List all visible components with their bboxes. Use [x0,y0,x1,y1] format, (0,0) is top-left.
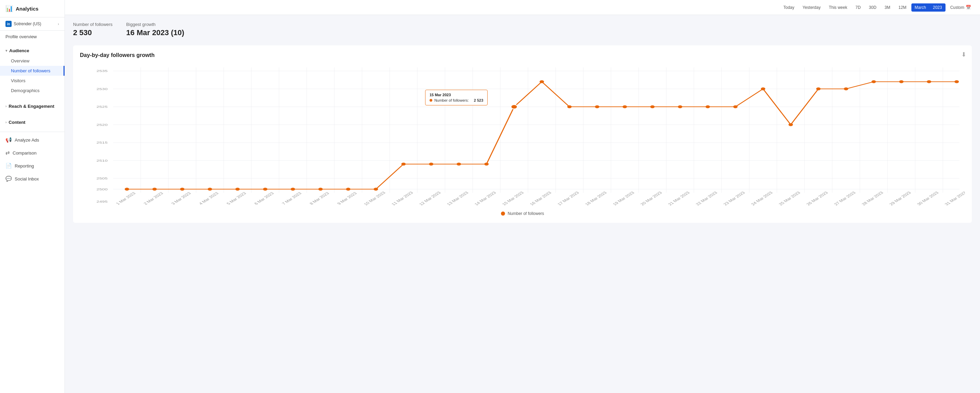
svg-text:9 Mar 2023: 9 Mar 2023 [336,192,358,205]
social-inbox-label: Social Inbox [15,176,39,182]
audience-section: ▾ Audience Overview Number of followers … [0,43,65,98]
svg-point-51 [235,188,240,190]
svg-point-70 [761,87,765,90]
svg-text:2535: 2535 [97,69,108,73]
svg-text:28 Mar 2023: 28 Mar 2023 [861,191,885,206]
linkedin-icon: in [5,21,12,27]
sidebar-item-social-inbox[interactable]: 💬 Social Inbox [0,172,65,185]
page-content: Number of followers 2 530 Biggest growth… [65,15,980,393]
svg-text:19 Mar 2023: 19 Mar 2023 [612,191,636,206]
svg-text:21 Mar 2023: 21 Mar 2023 [667,191,691,206]
svg-text:20 Mar 2023: 20 Mar 2023 [640,191,663,206]
30d-button[interactable]: 30D [865,3,880,12]
svg-point-52 [263,188,267,190]
sidebar-item-visitors[interactable]: Visitors [0,76,65,86]
svg-text:2500: 2500 [97,187,108,191]
biggest-growth-label: Biggest growth [126,22,185,27]
svg-text:2520: 2520 [97,123,108,127]
12m-button[interactable]: 12M [895,3,910,12]
today-button[interactable]: Today [780,3,798,12]
sidebar-item-analyze-ads[interactable]: 📢 Analyze Ads [0,133,65,146]
7d-button[interactable]: 7D [852,3,864,12]
legend-dot [501,211,505,216]
svg-point-64 [595,105,599,108]
chart-legend: Number of followers [80,211,965,216]
svg-text:29 Mar 2023: 29 Mar 2023 [888,191,912,206]
year-button[interactable]: 2023 [929,3,945,12]
svg-text:2510: 2510 [97,158,108,162]
svg-text:31 Mar 2023: 31 Mar 2023 [944,191,965,206]
legend-label: Number of followers [508,211,544,216]
svg-point-77 [955,80,959,83]
ads-icon: 📢 [5,137,12,143]
svg-point-50 [208,188,212,190]
sidebar-item-reporting[interactable]: 📄 Reporting [0,159,65,172]
svg-text:16 Mar 2023: 16 Mar 2023 [529,191,553,206]
svg-point-49 [180,188,185,190]
svg-text:22 Mar 2023: 22 Mar 2023 [695,191,719,206]
sidebar-item-profile-overview[interactable]: Profile overview [0,31,65,43]
content-section: › Content [0,114,65,130]
svg-point-66 [650,105,655,108]
svg-text:14 Mar 2023: 14 Mar 2023 [474,191,498,206]
reach-engagement-header[interactable]: › Reach & Engagement [0,101,65,112]
account-selector[interactable]: in Sotrender (US) › [0,17,65,31]
svg-point-62 [539,80,544,83]
custom-label: Custom [950,5,964,10]
chevron-down-icon: ▾ [5,49,7,52]
svg-point-65 [622,105,627,108]
svg-text:26 Mar 2023: 26 Mar 2023 [805,191,829,206]
svg-text:23 Mar 2023: 23 Mar 2023 [722,191,746,206]
3m-button[interactable]: 3M [881,3,894,12]
reach-engagement-label: Reach & Engagement [8,104,54,109]
svg-text:2515: 2515 [97,141,108,145]
analyze-ads-label: Analyze Ads [15,138,39,143]
svg-text:15 Mar 2023: 15 Mar 2023 [501,191,525,206]
audience-section-header[interactable]: ▾ Audience [0,45,65,56]
march-button[interactable]: March [912,3,929,12]
svg-text:5 Mar 2023: 5 Mar 2023 [225,192,247,205]
svg-point-61 [511,105,517,109]
active-date-group[interactable]: March 2023 [912,3,945,12]
yesterday-button[interactable]: Yesterday [799,3,824,12]
chevron-right-icon2: › [5,120,6,124]
sidebar-item-demographics[interactable]: Demographics [0,86,65,95]
svg-point-73 [844,87,848,90]
download-icon[interactable]: ⬇ [961,51,966,58]
svg-text:13 Mar 2023: 13 Mar 2023 [446,191,470,206]
svg-point-57 [401,163,406,165]
svg-point-72 [816,87,821,90]
biggest-growth-value: 16 Mar 2023 (10) [126,28,185,37]
comparison-label: Comparison [13,151,37,155]
custom-button[interactable]: Custom 📅 [947,3,975,12]
account-name: Sotrender (US) [14,22,56,26]
stats-row: Number of followers 2 530 Biggest growth… [73,22,972,37]
svg-text:4 Mar 2023: 4 Mar 2023 [198,192,220,205]
svg-point-76 [927,80,931,83]
svg-text:27 Mar 2023: 27 Mar 2023 [833,191,857,206]
audience-label: Audience [9,48,29,53]
chevron-right-icon: › [5,105,6,108]
svg-text:12 Mar 2023: 12 Mar 2023 [418,191,442,206]
svg-point-63 [567,105,572,108]
sidebar-item-number-of-followers[interactable]: Number of followers [0,66,65,76]
chevron-right-icon: › [58,22,59,26]
content-label: Content [8,120,25,125]
followers-chart: .grid-line { stroke: #e5e7eb; stroke-wid… [80,64,965,207]
content-header[interactable]: › Content [0,117,65,128]
svg-text:7 Mar 2023: 7 Mar 2023 [281,192,302,205]
svg-text:10 Mar 2023: 10 Mar 2023 [363,191,387,206]
sidebar-item-overview[interactable]: Overview [0,56,65,66]
app-title: Analytics [16,6,38,12]
calendar-icon: 📅 [966,5,971,10]
sidebar-item-comparison[interactable]: ⇄ Comparison [0,146,65,159]
svg-text:30 Mar 2023: 30 Mar 2023 [916,191,940,206]
svg-point-68 [705,105,710,108]
this-week-button[interactable]: This week [825,3,851,12]
svg-point-67 [678,105,682,108]
followers-stat: Number of followers 2 530 [73,22,113,37]
svg-point-71 [788,123,793,126]
biggest-growth-stat: Biggest growth 16 Mar 2023 (10) [126,22,185,37]
svg-point-54 [318,188,323,190]
svg-text:11 Mar 2023: 11 Mar 2023 [391,191,415,206]
